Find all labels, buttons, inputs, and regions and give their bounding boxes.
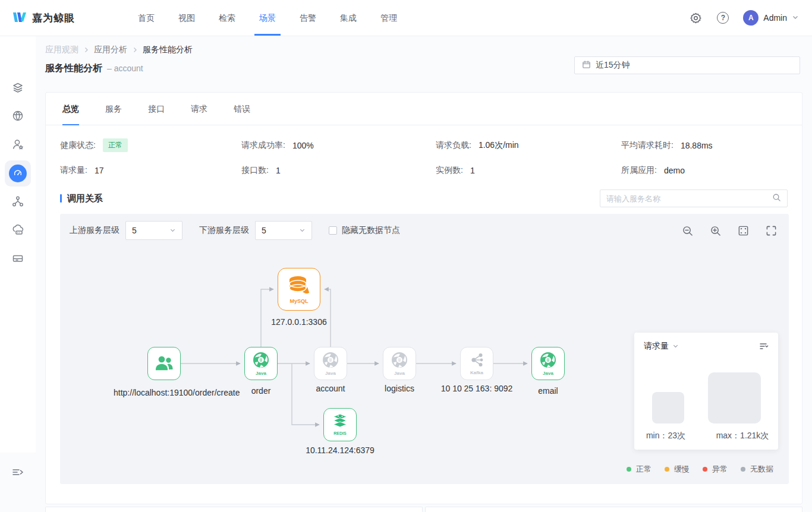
size-legend-card: 请求量 min：23次 max：1.21k次 (634, 333, 778, 450)
call-graph-section-header: 调用关系 (60, 189, 788, 208)
section-title: 调用关系 (60, 193, 103, 204)
legend-sort-icon[interactable] (759, 342, 769, 350)
sidebar-item-cloud[interactable] (5, 217, 31, 244)
app-logo[interactable]: 嘉为鲸眼 (12, 10, 75, 26)
java-service-icon (252, 351, 270, 371)
java-service-icon (539, 351, 557, 371)
normal-dot (627, 467, 631, 472)
time-range-picker[interactable]: 近15分钟 (574, 56, 800, 74)
bottom-right-card-stub (425, 507, 802, 512)
service-search-box (600, 189, 788, 207)
hide-nodata-label: 隐藏无数据节点 (342, 225, 400, 236)
nav-item-views[interactable]: 视图 (170, 0, 203, 36)
node-label-entry: http://localhost:19100/order/create (114, 386, 215, 399)
time-range-value: 近15分钟 (596, 60, 630, 71)
tab-requests[interactable]: 请求 (191, 93, 207, 125)
fit-view-icon[interactable] (738, 225, 749, 236)
legend-item-normal: 正常 (627, 464, 652, 475)
breadcrumb-item-analysis[interactable]: 应用分析 (94, 45, 127, 55)
breadcrumb-separator-icon (132, 45, 138, 55)
graph-node-account[interactable]: Java (314, 347, 347, 380)
tab-services[interactable]: 服务 (105, 93, 122, 125)
sidebar-item-topology[interactable] (5, 189, 31, 215)
tab-overview[interactable]: 总览 (62, 93, 79, 125)
graph-node-kafka[interactable]: Kafka (460, 347, 493, 380)
logo-text: 嘉为鲸眼 (32, 11, 75, 25)
bottom-left-card-stub (45, 507, 423, 512)
slow-dot (665, 467, 669, 472)
stat-avg-latency: 平均请求耗时: 18.88ms (621, 138, 788, 152)
graph-node-redis[interactable]: REDIS (323, 408, 357, 441)
sidebar-item-globe[interactable] (5, 103, 31, 129)
breadcrumb: 应用观测 应用分析 服务性能分析 (45, 45, 193, 55)
help-icon[interactable]: ? (716, 11, 730, 25)
legend-metric-dropdown[interactable]: 请求量 (644, 341, 679, 352)
user-menu[interactable]: A Admin (743, 10, 799, 26)
detail-tabs: 总览 服务 接口 请求 错误 (46, 93, 802, 125)
graph-node-mysql[interactable]: MySQL (278, 268, 320, 311)
stat-success-rate: 请求成功率: 100% (241, 138, 436, 152)
nav-item-home[interactable]: 首页 (130, 0, 163, 36)
upstream-depth-select[interactable]: 5 (125, 221, 182, 240)
legend-min-text: min：23次 (637, 431, 694, 441)
tab-errors[interactable]: 错误 (234, 93, 250, 125)
sidebar-item-dashboard[interactable] (5, 160, 31, 187)
sidebar (0, 36, 36, 453)
sidebar-item-layers[interactable] (5, 75, 31, 101)
sidebar-item-host[interactable] (5, 246, 31, 272)
graph-node-entry[interactable] (147, 347, 181, 380)
page-title-row: 服务性能分析 – account (45, 62, 143, 75)
sidebar-collapse-button[interactable] (11, 466, 25, 480)
tab-endpoints[interactable]: 接口 (148, 93, 165, 125)
stat-load: 请求负载: 1.06次/min (436, 138, 621, 152)
topology-icon (11, 195, 24, 210)
nav-item-integration[interactable]: 集成 (332, 0, 365, 36)
search-icon[interactable] (772, 193, 781, 204)
gauge-icon (9, 165, 27, 182)
nav-item-search[interactable]: 检索 (210, 0, 244, 36)
user-name: Admin (763, 13, 787, 23)
nav-item-admin[interactable]: 管理 (372, 0, 405, 36)
top-header: 嘉为鲸眼 首页 视图 检索 场景 告警 集成 管理 ? A Admin (0, 0, 812, 36)
users-icon (154, 354, 174, 374)
zoom-in-icon[interactable] (710, 225, 721, 236)
node-label-redis: 10.11.24.124:6379 (306, 445, 374, 455)
overview-card: 总览 服务 接口 请求 错误 健康状态: 正常 请求成功率: 100% 请求负载… (45, 92, 802, 504)
node-label-mysql: 127.0.0.1:3306 (271, 317, 326, 327)
downstream-depth-label: 下游服务层级 (199, 225, 249, 236)
chevron-down-icon (299, 226, 306, 235)
hide-nodata-checkbox[interactable] (329, 226, 337, 235)
user-star-icon (11, 138, 24, 153)
node-label-email: email (538, 386, 558, 396)
stats-grid: 健康状态: 正常 请求成功率: 100% 请求负载: 1.06次/min 平均请… (46, 125, 802, 178)
settings-gear-icon[interactable] (688, 11, 703, 25)
globe-icon (11, 109, 24, 124)
legend-item-error: 异常 (703, 464, 728, 475)
calendar-icon (582, 60, 591, 71)
breadcrumb-separator-icon (83, 45, 89, 55)
status-badge: 正常 (103, 138, 128, 152)
nodata-dot (741, 467, 745, 472)
breadcrumb-item-observe[interactable]: 应用观测 (45, 45, 78, 55)
nav-item-alerts[interactable]: 告警 (291, 0, 325, 36)
breadcrumb-item-current: 服务性能分析 (143, 45, 193, 55)
legend-min-square (652, 392, 684, 423)
chevron-down-icon (672, 342, 679, 351)
logo-mark-icon (12, 10, 27, 26)
node-label-order: order (251, 386, 271, 396)
graph-node-logistics[interactable]: Java (383, 347, 416, 380)
fullscreen-icon[interactable] (766, 225, 777, 236)
nav-item-scenes[interactable]: 场景 (251, 0, 284, 36)
node-label-logistics: logistics (385, 384, 414, 393)
page-title: 服务性能分析 (45, 62, 102, 75)
host-icon (11, 252, 24, 267)
sidebar-item-user-star[interactable] (5, 132, 31, 158)
graph-node-order[interactable]: Java (244, 347, 278, 380)
zoom-out-icon[interactable] (682, 225, 693, 236)
downstream-depth-select[interactable]: 5 (255, 221, 312, 240)
main-nav: 首页 视图 检索 场景 告警 集成 管理 (126, 0, 409, 36)
legend-max-text: max：1.21k次 (710, 431, 775, 441)
service-search-input[interactable] (606, 194, 772, 203)
error-dot (703, 467, 707, 472)
graph-node-email[interactable]: Java (531, 347, 565, 380)
